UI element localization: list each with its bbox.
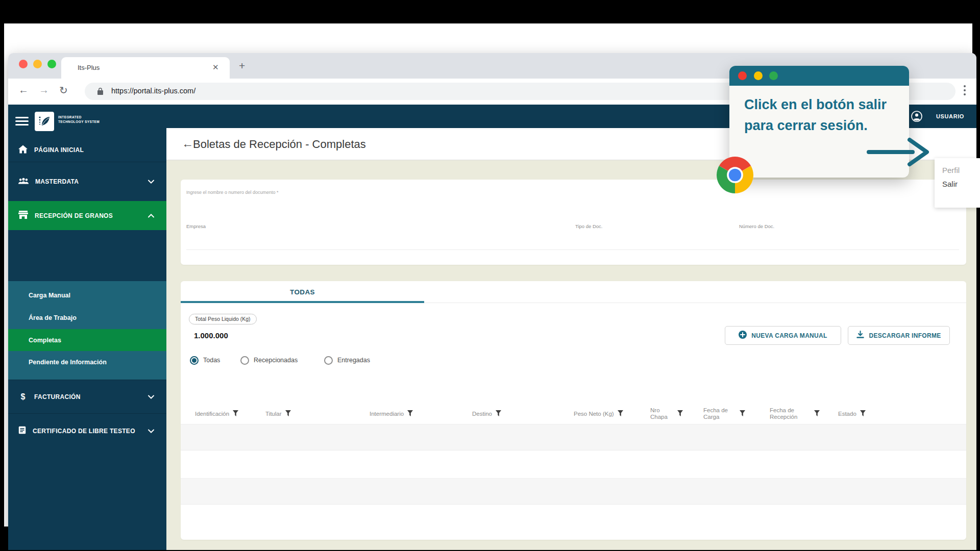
column-header-fecha-de-carga: Fecha de Carga [703,404,745,424]
filter-funnel-icon[interactable] [814,410,820,418]
menu-item-perfil[interactable]: Perfil [942,166,960,174]
sidebar-logo-row: INTEGRATED TECHNOLOGY SYSTEM [8,105,166,138]
sidebar-subitem-carga-manual[interactable]: Carga Manual [8,285,166,306]
column-header-estado: Estado [838,404,866,424]
total-peso-chip: Total Peso Liquido (Kg) [189,314,257,324]
radio-option-entregadas[interactable]: Entregadas [324,353,370,367]
window-zoom-button[interactable] [47,60,56,68]
radio-option-recepcionadas[interactable]: Recepcionadas [240,353,298,367]
column-header-identificacion: Identificación [195,404,238,424]
nueva-carga-manual-button[interactable]: NUEVA CARGA MANUAL [725,326,841,345]
table-tab-bar: TODAS [181,281,966,303]
its-logo-icon [35,112,54,131]
column-header-titular: Titular [265,404,291,424]
chevron-up-icon [148,212,154,219]
sidebar-subitem-area-de-trabajo[interactable]: Área de Trabajo [8,308,166,328]
filter-funnel-icon[interactable] [677,410,683,418]
pointer-arrow-icon [865,136,931,168]
chevron-down-icon [148,393,154,400]
active-tab-underline [181,301,424,303]
forward-button[interactable]: → [39,84,49,96]
field-label-numero-de-doc[interactable]: Número de Doc. [739,223,774,229]
chevron-down-icon [148,178,154,185]
document-icon [18,426,26,436]
plus-circle-icon [739,331,747,340]
filter-funnel-icon[interactable] [496,410,501,418]
desktop-canvas: Its-Plus ✕ + ← → ↻ https://portal.its-pl… [4,23,972,527]
search-hint-label: Ingrese el nombre o numero del documento… [186,190,279,195]
user-menu-button[interactable]: USUARIO [936,113,964,119]
sidebar-subitem-pendiente-de-informacion[interactable]: Pendiente de Información [8,352,166,372]
lock-icon [97,87,104,97]
total-peso-value: 1.000.000 [194,331,228,340]
column-header-nro-chapa: Nro Chapa [650,404,683,424]
tooltip-text: Click en el botón salir para cerrar sesi… [744,94,887,136]
filter-funnel-icon[interactable] [618,410,623,418]
screenshot-root: Its-Plus ✕ + ← → ↻ https://portal.its-pl… [0,0,980,551]
filter-funnel-icon[interactable] [233,410,238,418]
download-icon [856,331,864,340]
sidebar-item-facturacion[interactable]: $ FACTURACIÓN [8,380,166,413]
page-title: Boletas de Recepción - Completas [193,138,366,151]
logo-wordmark: INTEGRATED TECHNOLOGY SYSTEM [58,115,100,124]
document-search-card: Ingrese el nombre o numero del documento… [181,180,966,265]
field-label-empresa[interactable]: Empresa [186,223,206,229]
filter-funnel-icon[interactable] [407,410,413,418]
chrome-logo-icon [717,157,753,193]
menu-hamburger-icon[interactable] [15,117,29,126]
tab-close-icon[interactable]: ✕ [212,63,219,72]
dollar-icon: $ [18,392,28,402]
descargar-informe-button[interactable]: DESCARGAR INFORME [848,326,950,345]
sidebar-subitem-completas[interactable]: Completas [8,329,166,351]
sidebar-item-pagina-inicial[interactable]: PÁGINA INICIAL [8,138,166,162]
column-header-intermediario: Intermediario [370,404,413,424]
red-dot-icon [738,71,747,80]
people-group-icon [18,178,29,186]
home-icon [18,145,28,155]
store-icon [18,211,28,220]
filter-funnel-icon[interactable] [285,410,291,418]
table-row [181,424,966,450]
sidebar-item-recepcion-de-granos[interactable]: RECEPCIÓN DE GRANOS [8,201,166,230]
tooltip-title-bar [729,66,909,86]
yellow-dot-icon [754,71,763,80]
new-tab-button[interactable]: + [239,60,245,72]
filter-funnel-icon[interactable] [740,410,745,418]
radio-unselected-icon[interactable] [240,356,249,365]
reload-button[interactable]: ↻ [59,84,68,96]
sidebar: INTEGRATED TECHNOLOGY SYSTEM PÁGINA INIC… [8,105,166,550]
menu-item-salir[interactable]: Salir [942,180,958,188]
radio-option-todas[interactable]: Todas [190,353,220,367]
column-header-peso-neto: Peso Neto (Kg) [574,404,623,424]
field-underline [186,249,959,250]
browser-menu-icon[interactable] [961,85,968,98]
url-text: https://portal.its-plus.com/ [111,87,195,95]
tab-title: Its-Plus [78,64,100,71]
back-button[interactable]: ← [18,84,29,96]
window-minimize-button[interactable] [33,60,42,68]
radio-selected-icon[interactable] [190,356,199,365]
radio-unselected-icon[interactable] [324,356,333,365]
back-arrow-icon[interactable]: ← [182,137,193,151]
sidebar-item-certificado-libre-testeo[interactable]: CERTIFICADO DE LIBRE TESTEO [8,413,166,448]
sidebar-item-masterdata[interactable]: MASTERDATA [8,162,166,201]
user-dropdown-menu: Perfil Salir [935,158,980,208]
field-label-tipo-de-doc[interactable]: Tipo de Doc. [575,223,603,229]
boletas-table-card: TODAS Total Peso Liquido (Kg) 1.000.000 … [181,281,966,540]
sidebar-submenu-recepcion: Carga Manual Área de Trabajo Completas P… [8,281,166,380]
user-avatar-icon[interactable] [911,110,923,124]
column-header-fecha-de-recepcion: Fecha de Recepción [770,404,820,424]
browser-tab[interactable]: Its-Plus ✕ [61,57,230,79]
filter-funnel-icon[interactable] [860,410,866,418]
chevron-down-icon [148,428,154,435]
table-row [181,478,966,505]
window-close-button[interactable] [19,60,28,68]
green-dot-icon [769,71,778,80]
column-header-destino: Destino [472,404,501,424]
tab-todas[interactable]: TODAS [181,281,424,303]
